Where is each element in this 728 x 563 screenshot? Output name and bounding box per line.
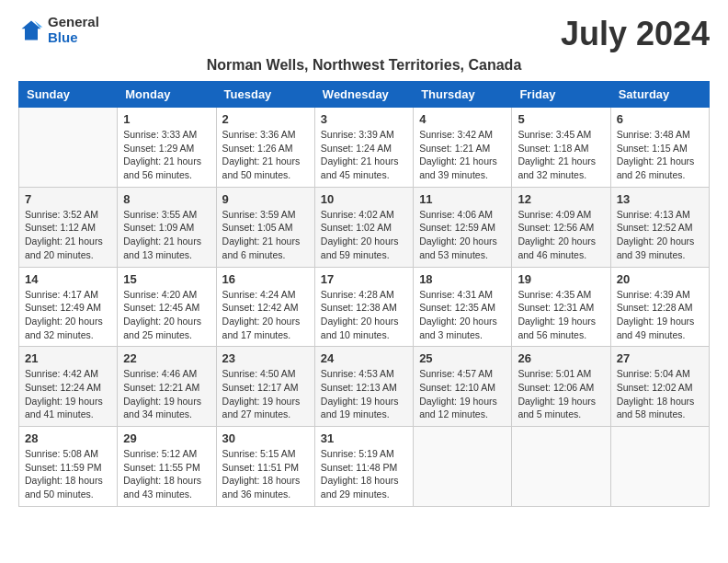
day-info: Sunrise: 4:17 AM Sunset: 12:49 AM Daylig… <box>25 288 111 342</box>
day-info: Sunrise: 5:01 AM Sunset: 12:06 AM Daylig… <box>518 367 604 421</box>
table-row: 12Sunrise: 4:09 AM Sunset: 12:56 AM Dayl… <box>512 187 610 267</box>
day-number: 22 <box>123 351 210 365</box>
day-number: 16 <box>222 272 309 286</box>
logo: General Blue <box>18 15 99 45</box>
calendar-week-4: 21Sunrise: 4:42 AM Sunset: 12:24 AM Dayl… <box>19 347 710 427</box>
table-row: 1Sunrise: 3:33 AM Sunset: 1:29 AM Daylig… <box>118 108 216 188</box>
day-info: Sunrise: 4:46 AM Sunset: 12:21 AM Daylig… <box>123 367 210 421</box>
day-info: Sunrise: 3:45 AM Sunset: 1:18 AM Dayligh… <box>518 128 604 182</box>
day-number: 28 <box>25 431 111 445</box>
table-row: 11Sunrise: 4:06 AM Sunset: 12:59 AM Dayl… <box>414 187 512 267</box>
col-saturday: Saturday <box>610 82 709 108</box>
table-row: 13Sunrise: 4:13 AM Sunset: 12:52 AM Dayl… <box>610 187 709 267</box>
day-number: 15 <box>123 272 210 286</box>
table-row: 5Sunrise: 3:45 AM Sunset: 1:18 AM Daylig… <box>512 108 610 188</box>
day-info: Sunrise: 5:15 AM Sunset: 11:51 PM Daylig… <box>222 447 309 501</box>
day-number: 8 <box>123 192 210 206</box>
calendar-week-2: 7Sunrise: 3:52 AM Sunset: 1:12 AM Daylig… <box>19 187 710 267</box>
logo-text: General Blue <box>48 15 99 45</box>
col-thursday: Thursday <box>414 82 512 108</box>
calendar-week-1: 1Sunrise: 3:33 AM Sunset: 1:29 AM Daylig… <box>19 108 710 188</box>
calendar-week-3: 14Sunrise: 4:17 AM Sunset: 12:49 AM Dayl… <box>19 267 710 347</box>
table-row: 6Sunrise: 3:48 AM Sunset: 1:15 AM Daylig… <box>610 108 709 188</box>
day-number: 17 <box>321 272 407 286</box>
day-info: Sunrise: 4:09 AM Sunset: 12:56 AM Daylig… <box>518 208 604 262</box>
table-row: 31Sunrise: 5:19 AM Sunset: 11:48 PM Dayl… <box>314 427 413 507</box>
day-number: 19 <box>518 272 604 286</box>
day-info: Sunrise: 5:12 AM Sunset: 11:55 PM Daylig… <box>123 447 210 501</box>
logo-blue: Blue <box>48 30 99 46</box>
day-number: 9 <box>222 192 309 206</box>
table-row: 19Sunrise: 4:35 AM Sunset: 12:31 AM Dayl… <box>512 267 610 347</box>
col-friday: Friday <box>512 82 610 108</box>
table-row: 18Sunrise: 4:31 AM Sunset: 12:35 AM Dayl… <box>414 267 512 347</box>
table-row: 24Sunrise: 4:53 AM Sunset: 12:13 AM Dayl… <box>314 347 413 427</box>
table-row <box>19 108 118 188</box>
day-number: 1 <box>123 112 210 126</box>
day-info: Sunrise: 4:35 AM Sunset: 12:31 AM Daylig… <box>518 288 604 342</box>
day-info: Sunrise: 5:19 AM Sunset: 11:48 PM Daylig… <box>321 447 407 501</box>
day-number: 26 <box>518 351 604 365</box>
table-row: 8Sunrise: 3:55 AM Sunset: 1:09 AM Daylig… <box>118 187 216 267</box>
day-number: 5 <box>518 112 604 126</box>
month-title: July 2024 <box>561 15 710 53</box>
day-number: 13 <box>617 192 703 206</box>
table-row: 30Sunrise: 5:15 AM Sunset: 11:51 PM Dayl… <box>216 427 314 507</box>
day-number: 10 <box>321 192 407 206</box>
table-row <box>414 427 512 507</box>
table-row: 7Sunrise: 3:52 AM Sunset: 1:12 AM Daylig… <box>19 187 118 267</box>
day-number: 30 <box>222 431 309 445</box>
calendar-header-row: Sunday Monday Tuesday Wednesday Thursday… <box>19 82 710 108</box>
table-row: 17Sunrise: 4:28 AM Sunset: 12:38 AM Dayl… <box>314 267 413 347</box>
day-info: Sunrise: 5:04 AM Sunset: 12:02 AM Daylig… <box>617 367 703 421</box>
day-number: 14 <box>25 272 111 286</box>
day-info: Sunrise: 3:42 AM Sunset: 1:21 AM Dayligh… <box>419 128 506 182</box>
col-sunday: Sunday <box>19 82 118 108</box>
header-top: General Blue July 2024 <box>18 15 710 53</box>
day-number: 31 <box>321 431 407 445</box>
table-row <box>512 427 610 507</box>
day-number: 25 <box>419 351 506 365</box>
day-info: Sunrise: 4:50 AM Sunset: 12:17 AM Daylig… <box>222 367 309 421</box>
location-title: Norman Wells, Northwest Territories, Can… <box>18 57 710 74</box>
logo-general: General <box>48 15 99 30</box>
day-info: Sunrise: 4:02 AM Sunset: 1:02 AM Dayligh… <box>321 208 407 262</box>
day-info: Sunrise: 4:42 AM Sunset: 12:24 AM Daylig… <box>25 367 111 421</box>
day-number: 4 <box>419 112 506 126</box>
day-info: Sunrise: 3:39 AM Sunset: 1:24 AM Dayligh… <box>321 128 407 182</box>
day-info: Sunrise: 4:53 AM Sunset: 12:13 AM Daylig… <box>321 367 407 421</box>
day-info: Sunrise: 4:20 AM Sunset: 12:45 AM Daylig… <box>123 288 210 342</box>
table-row: 23Sunrise: 4:50 AM Sunset: 12:17 AM Dayl… <box>216 347 314 427</box>
table-row: 21Sunrise: 4:42 AM Sunset: 12:24 AM Dayl… <box>19 347 118 427</box>
table-row: 27Sunrise: 5:04 AM Sunset: 12:02 AM Dayl… <box>610 347 709 427</box>
day-info: Sunrise: 5:08 AM Sunset: 11:59 PM Daylig… <box>25 447 111 501</box>
table-row: 29Sunrise: 5:12 AM Sunset: 11:55 PM Dayl… <box>118 427 216 507</box>
table-row: 2Sunrise: 3:36 AM Sunset: 1:26 AM Daylig… <box>216 108 314 188</box>
day-number: 24 <box>321 351 407 365</box>
day-number: 27 <box>617 351 703 365</box>
day-number: 3 <box>321 112 407 126</box>
table-row: 28Sunrise: 5:08 AM Sunset: 11:59 PM Dayl… <box>19 427 118 507</box>
day-number: 23 <box>222 351 309 365</box>
day-number: 12 <box>518 192 604 206</box>
day-number: 11 <box>419 192 506 206</box>
day-number: 7 <box>25 192 111 206</box>
table-row: 22Sunrise: 4:46 AM Sunset: 12:21 AM Dayl… <box>118 347 216 427</box>
table-row: 16Sunrise: 4:24 AM Sunset: 12:42 AM Dayl… <box>216 267 314 347</box>
day-info: Sunrise: 4:24 AM Sunset: 12:42 AM Daylig… <box>222 288 309 342</box>
table-row: 10Sunrise: 4:02 AM Sunset: 1:02 AM Dayli… <box>314 187 413 267</box>
col-wednesday: Wednesday <box>314 82 413 108</box>
table-row <box>610 427 709 507</box>
table-row: 3Sunrise: 3:39 AM Sunset: 1:24 AM Daylig… <box>314 108 413 188</box>
table-row: 25Sunrise: 4:57 AM Sunset: 12:10 AM Dayl… <box>414 347 512 427</box>
table-row: 4Sunrise: 3:42 AM Sunset: 1:21 AM Daylig… <box>414 108 512 188</box>
day-number: 29 <box>123 431 210 445</box>
day-info: Sunrise: 3:59 AM Sunset: 1:05 AM Dayligh… <box>222 208 309 262</box>
day-info: Sunrise: 3:52 AM Sunset: 1:12 AM Dayligh… <box>25 208 111 262</box>
logo-icon <box>18 17 44 43</box>
table-row: 26Sunrise: 5:01 AM Sunset: 12:06 AM Dayl… <box>512 347 610 427</box>
day-info: Sunrise: 3:36 AM Sunset: 1:26 AM Dayligh… <box>222 128 309 182</box>
day-number: 20 <box>617 272 703 286</box>
day-info: Sunrise: 4:57 AM Sunset: 12:10 AM Daylig… <box>419 367 506 421</box>
day-info: Sunrise: 3:48 AM Sunset: 1:15 AM Dayligh… <box>617 128 703 182</box>
